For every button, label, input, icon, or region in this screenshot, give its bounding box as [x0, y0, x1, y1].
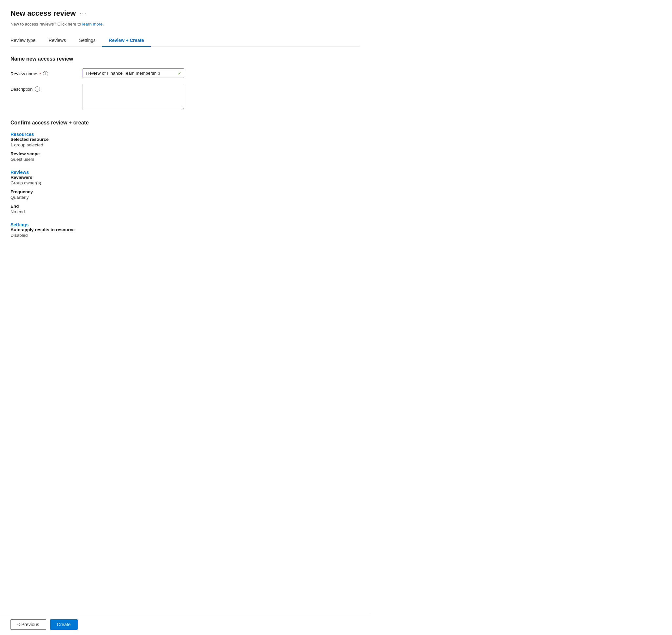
review-name-input[interactable] [83, 68, 184, 78]
description-info-icon[interactable]: i [35, 86, 40, 92]
confirm-heading: Confirm access review + create [10, 120, 360, 126]
auto-apply-value: Disabled [10, 233, 360, 238]
frequency-field: Frequency Quarterly [10, 189, 360, 200]
tab-review-type[interactable]: Review type [10, 35, 42, 47]
end-label: End [10, 204, 360, 209]
page-container: New access review ··· New to access revi… [0, 0, 370, 635]
review-scope-label: Review scope [10, 151, 360, 156]
end-value: No end [10, 209, 360, 214]
tabs-bar: Review type Reviews Settings Review + Cr… [10, 35, 360, 47]
footer-bar: < Previous Create [0, 614, 370, 635]
reviewers-value: Group owner(s) [10, 180, 360, 185]
review-name-info-icon[interactable]: i [43, 71, 48, 76]
selected-resource-label: Selected resource [10, 137, 360, 142]
page-title: New access review [10, 9, 76, 18]
check-icon: ✓ [177, 71, 182, 76]
reviews-block: Reviews Reviewers Group owner(s) Frequen… [10, 170, 360, 214]
tab-review-create[interactable]: Review + Create [102, 35, 151, 47]
settings-block: Settings Auto-apply results to resource … [10, 222, 360, 238]
auto-apply-label: Auto-apply results to resource [10, 227, 360, 232]
end-field: End No end [10, 204, 360, 214]
tab-settings[interactable]: Settings [72, 35, 102, 47]
description-textarea[interactable] [83, 84, 184, 110]
settings-section-link[interactable]: Settings [10, 222, 28, 227]
page-header: New access review ··· [10, 9, 360, 18]
learn-more-text: New to access reviews? Click here to lea… [10, 22, 360, 26]
resources-section-link[interactable]: Resources [10, 132, 34, 137]
resources-block: Resources Selected resource 1 group sele… [10, 132, 360, 162]
frequency-value: Quarterly [10, 195, 360, 200]
main-content: New access review ··· New to access revi… [0, 0, 370, 635]
description-label: Description i [10, 84, 83, 92]
review-name-group: Review name * i ✓ [10, 68, 360, 78]
review-name-label: Review name * i [10, 68, 83, 76]
create-button[interactable]: Create [50, 619, 78, 630]
previous-button[interactable]: < Previous [10, 619, 46, 630]
review-scope-field: Review scope Guest users [10, 151, 360, 162]
review-name-input-wrapper: ✓ [83, 68, 184, 78]
reviewers-field: Reviewers Group owner(s) [10, 175, 360, 185]
form-section-heading: Name new access review [10, 56, 360, 62]
auto-apply-field: Auto-apply results to resource Disabled [10, 227, 360, 238]
selected-resource-field: Selected resource 1 group selected [10, 137, 360, 147]
more-options-icon[interactable]: ··· [80, 10, 86, 17]
required-indicator: * [39, 71, 41, 76]
confirm-section: Confirm access review + create Resources… [10, 120, 360, 238]
frequency-label: Frequency [10, 189, 360, 194]
reviewers-label: Reviewers [10, 175, 360, 180]
description-group: Description i [10, 84, 360, 110]
review-scope-value: Guest users [10, 157, 360, 162]
learn-more-link[interactable]: learn more. [82, 22, 104, 26]
selected-resource-value: 1 group selected [10, 143, 360, 147]
reviews-section-link[interactable]: Reviews [10, 170, 29, 175]
tab-reviews[interactable]: Reviews [42, 35, 72, 47]
